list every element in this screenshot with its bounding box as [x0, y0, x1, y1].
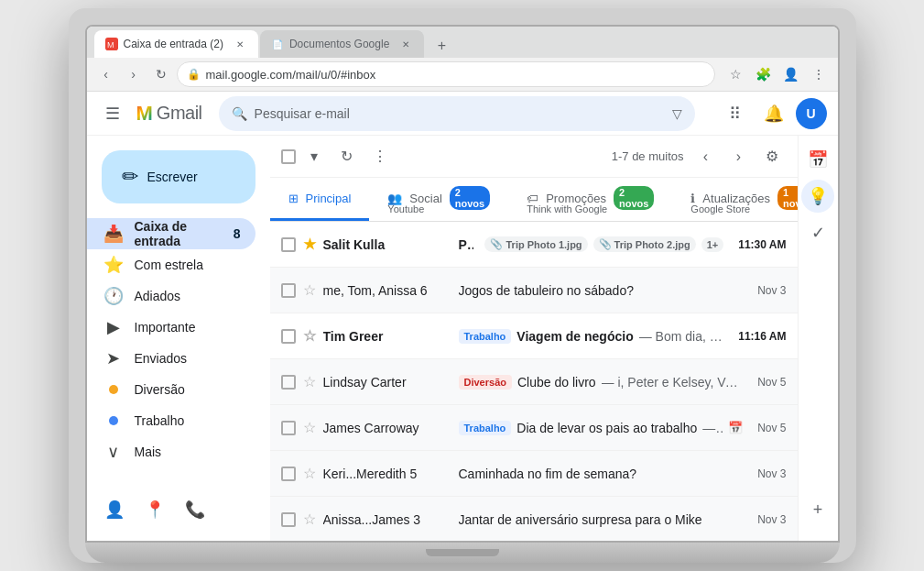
- email-7-star[interactable]: ☆: [303, 511, 316, 528]
- email-2-star[interactable]: ☆: [303, 281, 316, 299]
- atualizacoes-badge: 1 novo: [777, 186, 797, 210]
- right-tasks-icon[interactable]: ✓: [801, 216, 834, 249]
- browser-tab-2[interactable]: 📄 Documentos Google ✕: [260, 30, 424, 58]
- email-4-tag: Diversão: [459, 375, 512, 390]
- email-1-checkbox[interactable]: [281, 237, 296, 252]
- email-6-subject: Caminhada no fim de semana?: [459, 467, 637, 481]
- profile-icon[interactable]: 👤: [779, 62, 803, 86]
- more-icon: ∨: [103, 442, 124, 462]
- reload-button[interactable]: ↻: [149, 62, 173, 86]
- browser-tab-1[interactable]: M Caixa de entrada (2) ✕: [94, 30, 258, 58]
- email-1-attach2: 📎 Trip Photo 2.jpg: [593, 236, 696, 252]
- apps-icon[interactable]: ⠿: [719, 97, 752, 130]
- address-bar[interactable]: 🔒 mail.google.com/mail/u/0/#inbox: [177, 61, 715, 87]
- sidebar-item-snoozed[interactable]: 🕐 Adiados: [87, 280, 255, 312]
- tab1-close[interactable]: ✕: [233, 37, 247, 51]
- email-3-date: 11:16 AM: [738, 330, 786, 343]
- forward-button[interactable]: ›: [122, 62, 146, 86]
- email-7-content: Jantar de aniversário surpresa para o Mi…: [459, 512, 744, 527]
- email-row-3[interactable]: ☆ Tim Greer Trabalho Viagem de negócio —…: [270, 313, 798, 359]
- add-contact-icon[interactable]: 👤: [102, 497, 127, 522]
- email-5-subject: Dia de levar os pais ao trabalho: [516, 421, 697, 435]
- settings-btn[interactable]: ⚙: [757, 142, 787, 171]
- email-7-checkbox[interactable]: [281, 512, 296, 527]
- email-4-snippet: — i, Peter e Kelsey, Vejam só esta lista…: [602, 375, 744, 390]
- work-label: Trabalho: [135, 413, 241, 428]
- email-1-star[interactable]: ★: [303, 236, 316, 253]
- email-row-4[interactable]: ☆ Lindsay Carter Diversão Clube do livro…: [270, 359, 798, 405]
- email-row-6[interactable]: ☆ Keri...Meredith 5 Caminhada no fim de …: [270, 451, 798, 497]
- search-filter-icon[interactable]: ▽: [672, 106, 682, 121]
- email-4-checkbox[interactable]: [281, 375, 296, 390]
- email-3-star[interactable]: ☆: [303, 327, 316, 345]
- menu-icon[interactable]: ⋮: [807, 62, 831, 86]
- sidebar-item-important[interactable]: ▶ Importante: [87, 312, 255, 343]
- email-6-star[interactable]: ☆: [303, 465, 316, 482]
- email-5-snippet: — Oi, pessoal, O que vocês acham de...: [702, 421, 723, 435]
- email-5-star[interactable]: ☆: [303, 419, 316, 436]
- tab1-favicon: M: [105, 38, 118, 50]
- sidebar-item-inbox[interactable]: 📥 Caixa de entrada 8: [87, 218, 255, 249]
- right-calendar-icon[interactable]: 📅: [801, 143, 834, 176]
- right-keep-icon[interactable]: 💡: [801, 180, 834, 213]
- extension-icon[interactable]: 🧩: [752, 62, 776, 86]
- email-row-5[interactable]: ☆ James Carroway Trabalho Dia de levar o…: [270, 405, 798, 451]
- email-5-tag: Trabalho: [459, 421, 512, 435]
- tab-promocoes[interactable]: 🏷 Promoções 2 novos Think with Google: [508, 178, 672, 221]
- sidebar-item-starred[interactable]: ⭐ Com estrela: [87, 249, 255, 280]
- sidebar-item-entertainment[interactable]: Diversão: [87, 374, 255, 405]
- tab-atualizacoes[interactable]: ℹ Atualizações 1 novo Google Store: [672, 178, 797, 221]
- email-2-sender: me, Tom, Anissa 6: [323, 283, 451, 298]
- email-row-2[interactable]: ☆ me, Tom, Anissa 6 Jogos de tabuleiro n…: [270, 268, 798, 313]
- email-6-content: Caminhada no fim de semana?: [459, 467, 744, 481]
- email-5-checkbox[interactable]: [281, 421, 296, 435]
- bookmark-icon[interactable]: ☆: [724, 62, 748, 86]
- email-4-star[interactable]: ☆: [303, 373, 316, 390]
- next-page-btn[interactable]: ›: [724, 142, 754, 171]
- select-dropdown-btn[interactable]: ▾: [299, 142, 329, 171]
- back-button[interactable]: ‹: [94, 62, 118, 86]
- tab2-title: Documentos Google: [289, 38, 389, 50]
- sent-label: Enviados: [135, 351, 241, 366]
- important-icon: ▶: [103, 317, 124, 337]
- sidebar-footer: 👤 📍 📞: [87, 486, 270, 533]
- email-list-container: ▾ ↻ ⋮ 1-7 de muitos ‹ › ⚙ ⊞ Principal: [270, 136, 798, 541]
- right-add-icon[interactable]: +: [801, 493, 834, 526]
- email-2-checkbox[interactable]: [281, 283, 296, 298]
- email-5-content: Trabalho Dia de levar os pais ao trabalh…: [459, 421, 744, 435]
- inbox-label: Caixa de entrada: [135, 219, 223, 248]
- tab2-close[interactable]: ✕: [398, 37, 413, 51]
- inbox-icon: 📥: [103, 224, 124, 244]
- user-avatar[interactable]: U: [796, 98, 827, 129]
- starred-label: Com estrela: [135, 258, 241, 272]
- screen: M Caixa de entrada (2) ✕ 📄 Documentos Go…: [85, 25, 840, 543]
- email-row-7[interactable]: ☆ Anissa...James 3 Jantar de aniversário…: [270, 497, 798, 541]
- email-3-checkbox[interactable]: [281, 329, 296, 344]
- lock-icon: 🔒: [187, 68, 201, 81]
- sidebar-item-work[interactable]: Trabalho: [87, 405, 255, 436]
- sidebar-item-more[interactable]: ∨ Mais: [87, 436, 255, 467]
- gmail-text-logo: Gmail: [157, 103, 202, 124]
- email-3-sender: Tim Greer: [323, 329, 451, 344]
- email-4-content: Diversão Clube do livro — i, Peter e Kel…: [459, 375, 744, 390]
- more-options-btn[interactable]: ⋮: [365, 142, 395, 171]
- refresh-btn[interactable]: ↻: [332, 142, 362, 171]
- search-icon: 🔍: [232, 106, 247, 121]
- select-all-checkbox[interactable]: [281, 149, 296, 164]
- email-row-1[interactable]: ★ Salit Kulla Passeio em Yosemite — Pode…: [270, 222, 798, 268]
- gmail-body: ✏ Escrever 📥 Caixa de entrada 8 ⭐ Com es…: [87, 136, 838, 541]
- search-bar[interactable]: 🔍 Pesquisar e-mail ▽: [219, 96, 695, 131]
- tab-principal[interactable]: ⊞ Principal: [270, 178, 370, 221]
- email-6-checkbox[interactable]: [281, 467, 296, 481]
- phone-icon[interactable]: 📞: [182, 497, 208, 522]
- hamburger-menu[interactable]: ☰: [98, 99, 127, 128]
- directory-icon[interactable]: 📍: [142, 497, 168, 522]
- tab-social[interactable]: 👥 Social 2 novos Youtube: [369, 178, 508, 221]
- sidebar-item-sent[interactable]: ➤ Enviados: [87, 343, 255, 374]
- notification-bell[interactable]: 🔔: [757, 97, 790, 130]
- new-tab-button[interactable]: +: [429, 34, 453, 58]
- prev-page-btn[interactable]: ‹: [691, 142, 721, 171]
- compose-button[interactable]: ✏ Escrever: [102, 150, 255, 203]
- email-5-sender: James Carroway: [323, 421, 451, 435]
- entertainment-label: Diversão: [135, 382, 241, 397]
